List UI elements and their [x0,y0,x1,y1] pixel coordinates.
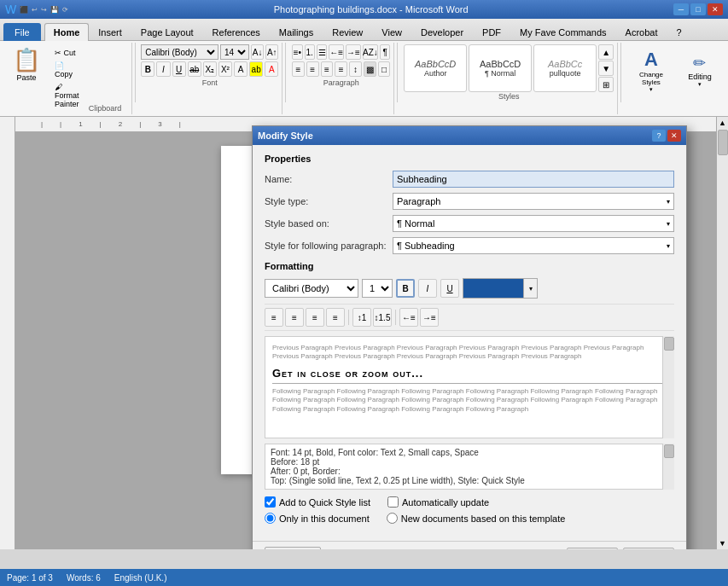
style-following-select[interactable]: ¶ Subheading ▾ [393,237,674,254]
font-name-select[interactable]: Calibri (Body) [141,44,218,60]
minimize-button[interactable]: ─ [673,3,689,15]
auto-update-checkbox[interactable]: Automatically update [387,496,489,508]
font-color-button[interactable]: A [265,61,278,77]
format-button[interactable]: Format ▾ [265,547,321,549]
indent-right-btn[interactable]: →≡ [420,308,439,327]
only-document-radio[interactable]: Only in this document [265,513,370,524]
dialog-font-select[interactable]: Calibri (Body) [265,279,358,298]
color-picker: ▾ [463,278,538,299]
editing-button[interactable]: ✏ Editing ▾ [678,44,721,97]
increase-font-button[interactable]: A↑ [265,44,278,60]
description-box: Font: 14 pt, Bold, Font color: Text 2, S… [265,444,674,490]
subscript-button[interactable]: X₂ [203,61,217,77]
styles-scroll-down[interactable]: ▼ [598,61,614,76]
shading-button[interactable]: ▩ [364,61,376,77]
align-center-btn[interactable]: ≡ [285,308,304,327]
dialog-bold-btn[interactable]: B [396,279,415,298]
multilevel-button[interactable]: ☰ [317,44,327,60]
decrease-indent-button[interactable]: ←≡ [329,44,344,60]
style-based-select[interactable]: ¶ Normal ▾ [393,215,674,232]
borders-button[interactable]: □ [378,61,391,77]
sort-button[interactable]: AZ↓ [363,44,378,60]
clipboard-label: Clipboard [83,102,128,113]
style-author[interactable]: AaBbCcD Author [404,44,467,92]
font-size-select[interactable]: 14 [220,44,249,60]
numbering-button[interactable]: 1. [305,44,315,60]
style-type-select[interactable]: Paragraph ▾ [393,193,674,210]
dialog-italic-btn[interactable]: I [418,279,437,298]
tab-pdf[interactable]: PDF [473,23,510,41]
close-button[interactable]: ✕ [708,3,723,15]
format-painter-button[interactable]: 🖌 Format Painter [51,81,83,110]
line-spacing-button[interactable]: ↕ [349,61,362,77]
styles-label: Styles [404,92,614,101]
align-left-button[interactable]: ≡ [292,61,305,77]
tab-mailings[interactable]: Mailings [270,23,323,41]
bullets-button[interactable]: ≡• [292,44,302,60]
styles-scroll: ▲ ▼ ⊞ [598,44,614,92]
tab-references[interactable]: References [203,23,270,41]
justify-button[interactable]: ≡ [335,61,347,77]
tab-review[interactable]: Review [323,23,372,41]
text-effects-button[interactable]: A [234,61,248,77]
tab-developer[interactable]: Developer [411,23,473,41]
tab-page-layout[interactable]: Page Layout [131,23,203,41]
dialog-help-button[interactable]: ? [652,130,666,142]
copy-button[interactable]: 📄 Copy [51,60,83,80]
style-pullquote[interactable]: AaBbCc pullquote [533,44,597,92]
show-hide-button[interactable]: ¶ [380,44,390,60]
bold-button[interactable]: B [141,61,154,77]
italic-button[interactable]: I [156,61,170,77]
color-swatch[interactable] [463,279,523,298]
footer-right: OK Cancel [567,548,674,550]
dialog-underline-btn[interactable]: U [440,279,459,298]
tab-insert[interactable]: Insert [89,23,131,41]
increase-indent-button[interactable]: →≡ [346,44,361,60]
align-center-button[interactable]: ≡ [306,61,319,77]
align-justify-btn[interactable]: ≡ [326,308,345,327]
align-right-btn[interactable]: ≡ [306,308,324,327]
tab-view[interactable]: View [372,23,411,41]
styles-more[interactable]: ⊞ [598,77,614,92]
align-left-btn[interactable]: ≡ [265,308,283,327]
tab-help[interactable]: ? [667,23,691,41]
ok-button[interactable]: OK [567,548,618,550]
dialog-close-button[interactable]: ✕ [667,130,681,142]
name-input[interactable] [393,171,674,188]
color-arrow[interactable]: ▾ [523,279,537,298]
change-styles-button[interactable]: A ChangeStyles ▾ [627,44,675,97]
cancel-button[interactable]: Cancel [623,548,674,550]
paste-button[interactable]: 📋 Paste [7,44,46,84]
dialog-size-select[interactable]: 14 [362,279,393,298]
new-template-radio[interactable]: New documents based on this template [387,513,566,524]
align-right-button[interactable]: ≡ [321,61,334,77]
ribbon: File Home Insert Page Layout References … [0,19,728,117]
line-spacing-1-btn[interactable]: ↕1 [352,308,371,327]
styles-scroll-up[interactable]: ▲ [598,44,614,60]
tab-my-fave[interactable]: My Fave Commands [510,23,615,41]
superscript-button[interactable]: X² [218,61,232,77]
strikethrough-button[interactable]: ab [188,61,201,77]
style-type-label: Style type: [265,196,393,206]
tab-home[interactable]: Home [44,23,90,41]
indent-left-btn[interactable]: ←≡ [399,308,418,327]
decrease-font-button[interactable]: A↓ [251,44,264,60]
tab-file[interactable]: File [3,23,41,41]
tab-acrobat[interactable]: Acrobat [616,23,667,41]
line-spacing-15-btn[interactable]: ↕1.5 [373,308,392,327]
underline-button[interactable]: U [172,61,186,77]
preview-scroll-thumb[interactable] [664,337,674,351]
window-title: Photographing buildings.docx - Microsoft… [68,4,673,15]
description-scrollbar[interactable] [662,444,674,490]
preview-scrollbar[interactable] [662,336,674,438]
style-normal[interactable]: AaBbCcD ¶ Normal [469,44,532,92]
text-highlight-button[interactable]: ab [249,61,263,77]
desc-scroll-thumb[interactable] [664,444,674,458]
add-quick-style-checkbox[interactable]: Add to Quick Style list [265,496,370,508]
paragraph-group: ≡• 1. ☰ ←≡ →≡ AZ↓ ¶ ≡ ≡ ≡ ≡ ↕ ▩ □ Paragr… [288,43,394,114]
properties-header: Properties [265,154,674,164]
status-bar: Page: 1 of 3 Words: 6 English (U.K.) [0,569,728,586]
maximize-button[interactable]: □ [690,3,706,15]
style-following-label: Style for following paragraph: [265,241,393,251]
cut-button[interactable]: ✂ Cut [51,47,83,59]
